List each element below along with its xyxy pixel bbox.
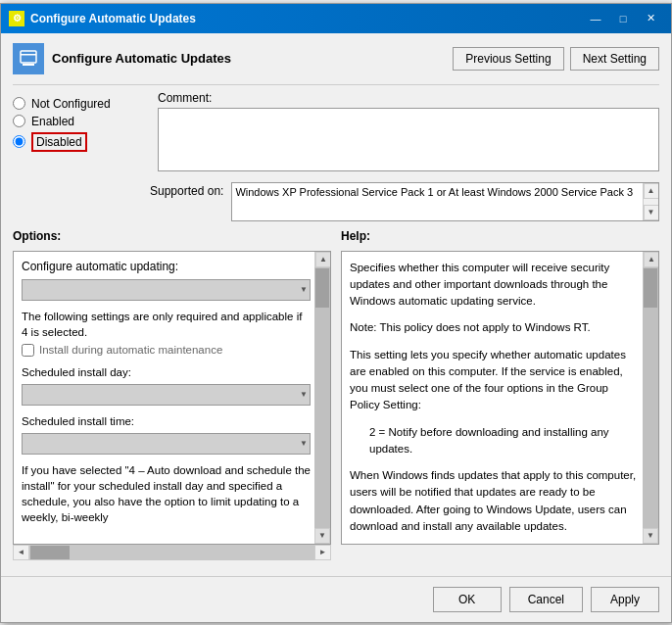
radio-not-configured-label: Not Configured — [31, 97, 111, 111]
scroll-up-arrow[interactable]: ▲ — [644, 183, 659, 199]
help-text: Specifies whether this computer will rec… — [350, 260, 639, 536]
nav-buttons: Previous Setting Next Setting — [453, 47, 659, 71]
window-icon: ⚙ — [9, 11, 24, 26]
header-icon — [13, 43, 44, 74]
horiz-right-arrow[interactable]: ► — [314, 545, 330, 560]
comment-label: Comment: — [158, 91, 659, 105]
help-panel-inner: Specifies whether this computer will rec… — [342, 252, 658, 544]
dropdown-arrow-icon: ▼ — [300, 285, 308, 294]
minimize-button[interactable]: — — [583, 9, 608, 28]
cancel-button[interactable]: Cancel — [509, 587, 583, 612]
title-bar-controls: — □ ✕ — [583, 9, 663, 28]
radio-disabled[interactable]: Disabled — [13, 132, 150, 152]
options-settings-note: The following settings are only required… — [22, 309, 311, 340]
radio-disabled-input[interactable] — [13, 135, 25, 148]
apply-button[interactable]: Apply — [591, 587, 659, 612]
help-para3: This setting lets you specify whether au… — [350, 347, 639, 414]
svg-rect-2 — [23, 64, 34, 66]
options-scroll-thumb[interactable] — [315, 268, 329, 308]
help-header: Help: — [341, 229, 659, 247]
horiz-left-arrow[interactable]: ◄ — [14, 545, 29, 560]
dialog-content: Configure Automatic Updates Previous Set… — [1, 33, 671, 570]
help-scroll-down[interactable]: ▼ — [643, 528, 658, 544]
dialog-title: Configure Automatic Updates — [52, 51, 231, 66]
panels-row: Configure automatic updating: ▼ The foll… — [13, 251, 659, 560]
help-scroll-up[interactable]: ▲ — [644, 252, 659, 267]
svg-rect-1 — [21, 54, 36, 56]
help-scrollbar: ▲ ▼ — [643, 252, 658, 544]
horiz-thumb[interactable] — [30, 546, 70, 559]
supported-box: Windows XP Professional Service Pack 1 o… — [231, 182, 659, 221]
options-panel: Configure automatic updating: ▼ The foll… — [13, 251, 331, 545]
radio-not-configured[interactable]: Not Configured — [13, 97, 150, 111]
window-title: Configure Automatic Updates — [30, 12, 196, 25]
configure-dropdown[interactable]: ▼ — [22, 279, 311, 301]
sections-labels: Options: Help: — [13, 229, 659, 247]
scheduled-day-label: Scheduled install day: — [22, 364, 311, 380]
options-title: Configure automatic updating: — [22, 260, 311, 273]
install-checkbox-label: Install during automatic maintenance — [39, 344, 222, 356]
radio-comment-section: Not Configured Enabled Disabled Comment: — [13, 91, 659, 174]
scroll-down-arrow[interactable]: ▼ — [644, 205, 659, 220]
comment-textarea[interactable] — [158, 108, 659, 171]
radio-enabled-label: Enabled — [31, 115, 74, 128]
install-checkbox[interactable] — [22, 344, 34, 357]
previous-setting-button[interactable]: Previous Setting — [453, 47, 563, 71]
options-scroll-up[interactable]: ▲ — [315, 252, 331, 267]
help-para1: Specifies whether this computer will rec… — [350, 260, 639, 311]
install-checkbox-item: Install during automatic maintenance — [22, 344, 311, 357]
footer: OK Cancel Apply — [1, 576, 671, 622]
radio-enabled[interactable]: Enabled — [13, 115, 150, 128]
comment-section: Comment: — [150, 91, 659, 174]
next-setting-button[interactable]: Next Setting — [570, 47, 659, 71]
help-scroll-track — [643, 267, 658, 528]
auto-schedule-note: If you have selected "4 – Auto download … — [22, 462, 311, 525]
options-scroll-track — [314, 267, 330, 528]
radio-group: Not Configured Enabled Disabled — [13, 91, 150, 174]
help-para4: 2 = Notify before downloading and instal… — [369, 424, 639, 458]
ok-button[interactable]: OK — [433, 587, 502, 612]
horiz-track — [29, 545, 314, 560]
maximize-button[interactable]: □ — [610, 9, 636, 28]
supported-label: Supported on: — [150, 182, 231, 198]
help-container: Specifies whether this computer will rec… — [341, 251, 659, 560]
header-left: Configure Automatic Updates — [13, 43, 231, 74]
day-dropdown-arrow-icon: ▼ — [300, 390, 308, 399]
help-para5: When Windows finds updates that apply to… — [350, 467, 639, 535]
radio-enabled-input[interactable] — [13, 115, 25, 127]
title-bar-left: ⚙ Configure Automatic Updates — [9, 11, 196, 26]
options-panel-inner: Configure automatic updating: ▼ The foll… — [14, 252, 330, 544]
header-row: Configure Automatic Updates Previous Set… — [13, 43, 659, 74]
options-container: Configure automatic updating: ▼ The foll… — [13, 251, 331, 560]
supported-text: Windows XP Professional Service Pack 1 o… — [235, 186, 633, 198]
main-window: ⚙ Configure Automatic Updates — □ ✕ Conf… — [0, 3, 672, 623]
options-header: Options: — [13, 229, 331, 247]
time-dropdown-arrow-icon: ▼ — [300, 439, 308, 448]
supported-scrollbar: ▲ ▼ — [643, 183, 658, 220]
help-horiz-spacer — [341, 545, 659, 560]
radio-disabled-label: Disabled — [31, 132, 87, 152]
supported-section: Supported on: Windows XP Professional Se… — [13, 182, 659, 221]
options-label: Options: — [13, 229, 331, 243]
options-scrollbar: ▲ ▼ — [314, 252, 330, 544]
help-panel: Specifies whether this computer will rec… — [341, 251, 659, 545]
scheduled-time-label: Scheduled install time: — [22, 413, 311, 429]
scheduled-time-dropdown[interactable]: ▼ — [22, 433, 311, 455]
help-para2: Note: This policy does not apply to Wind… — [350, 319, 639, 336]
header-divider — [13, 84, 659, 85]
options-horiz-scrollbar: ◄ ► — [13, 545, 331, 560]
options-scroll-down[interactable]: ▼ — [314, 528, 330, 544]
help-scroll-thumb[interactable] — [644, 268, 657, 308]
help-label: Help: — [341, 229, 659, 243]
radio-not-configured-input[interactable] — [13, 97, 25, 110]
title-bar: ⚙ Configure Automatic Updates — □ ✕ — [1, 4, 671, 33]
close-button[interactable]: ✕ — [638, 9, 663, 28]
svg-rect-0 — [21, 51, 36, 63]
scheduled-day-dropdown[interactable]: ▼ — [22, 384, 311, 406]
